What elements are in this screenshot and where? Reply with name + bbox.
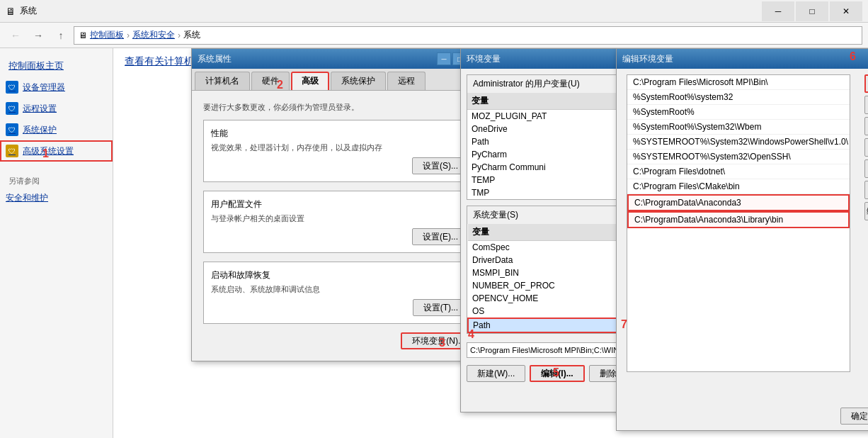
path-item-4[interactable]: %SYSTEMROOT%\System32\WindowsPowerShell\… xyxy=(627,135,850,150)
sysprop-minimize[interactable]: ─ xyxy=(437,52,451,65)
system-new-btn[interactable]: 新建(W)... xyxy=(467,365,525,382)
editpath-footer: 确定 取消 xyxy=(622,408,868,425)
profile-desc: 与登录帐户相关的桌面设置 xyxy=(211,213,469,224)
badge-1: 1 xyxy=(42,147,49,160)
sidebar-item-advanced-settings[interactable]: 🛡 高级系统设置 xyxy=(0,140,113,162)
sidebar-item-device-manager[interactable]: 🛡 设备管理器 xyxy=(0,77,113,98)
nav-bar: ← → ↑ 🖥 控制面板 › 系统和安全 › 系统 xyxy=(0,23,868,48)
edit-path-btn[interactable]: 编辑(E) xyxy=(864,96,868,114)
sidebar-item-security[interactable]: 安全和维护 xyxy=(0,188,113,208)
startup-section: 启动和故障恢复 系统启动、系统故障和调试信息 设置(T)... xyxy=(203,262,476,324)
login-notice: 要进行大多数更改，你必须作为管理员登录。 xyxy=(203,102,476,113)
startup-title: 启动和故障恢复 xyxy=(211,269,469,281)
badge-5: 5 xyxy=(553,366,559,379)
sysprop-title-bar: 系统属性 ─ □ ✕ xyxy=(192,49,488,69)
editpath-title-bar: 编辑环境变量 ✕ xyxy=(617,49,868,69)
badge-2: 2 xyxy=(277,79,283,91)
sidebar-title[interactable]: 控制面板主页 xyxy=(0,55,113,77)
breadcrumb: 🖥 控制面板 › 系统和安全 › 系统 xyxy=(74,26,862,45)
badge-3: 3 xyxy=(439,337,445,349)
minimize-button[interactable]: ─ xyxy=(762,1,794,21)
sidebar-item-label-3: 系统保护 xyxy=(23,124,57,136)
sidebar-item-remote-settings[interactable]: 🛡 远程设置 xyxy=(0,98,113,119)
path-item-8[interactable]: C:\ProgramData\Anaconda3 xyxy=(627,194,850,211)
sidebar-item-label: 设备管理器 xyxy=(23,82,65,94)
breadcrumb-part2[interactable]: 系统和安全 xyxy=(132,29,175,41)
delete-path-btn[interactable]: 删除(D) xyxy=(864,138,868,157)
profile-title: 用户配置文件 xyxy=(211,198,469,210)
tab-sysprotection[interactable]: 系统保护 xyxy=(331,72,386,90)
new-path-btn[interactable]: 新建(N) xyxy=(864,74,868,93)
path-item-0[interactable]: C:\Program Files\Microsoft MPI\Bin\ xyxy=(627,75,850,90)
sidebar-item-system-protection[interactable]: 🛡 系统保护 xyxy=(0,119,113,140)
path-item-1[interactable]: %SystemRoot%\system32 xyxy=(627,90,850,105)
sidebar-other-section: 另请参阅 xyxy=(0,170,113,188)
path-item-9[interactable]: C:\ProgramData\Anaconda3\Library\bin xyxy=(627,211,850,228)
move-up-btn[interactable]: 上移(U) xyxy=(864,159,868,178)
tab-computername[interactable]: 计算机名 xyxy=(195,72,250,90)
performance-section: 性能 视觉效果，处理器计划，内存使用，以及虚拟内存 设置(S)... xyxy=(203,120,476,182)
shield-blue-icon-2: 🛡 xyxy=(6,102,18,115)
window-title: 系统 xyxy=(20,5,37,17)
content-panel: 查看有关计算机的基本信息 系统属性 ─ □ ✕ 计算机名 硬件 高级 系统保护 … xyxy=(113,48,868,438)
tab-hardware[interactable]: 硬件 xyxy=(251,72,290,90)
profile-section: 用户配置文件 与登录帐户相关的桌面设置 设置(E)... xyxy=(203,191,476,253)
breadcrumb-icon: 🖥 xyxy=(79,30,87,40)
editpath-ok-btn[interactable]: 确定 xyxy=(840,408,868,425)
path-item-7[interactable]: C:\Program Files\CMake\bin xyxy=(627,179,850,194)
path-item-5[interactable]: %SYSTEMROOT%\System32\OpenSSH\ xyxy=(627,150,850,164)
up-button[interactable]: ↑ xyxy=(51,26,71,45)
badge-6: 6 xyxy=(850,50,856,63)
performance-title: 性能 xyxy=(211,128,469,140)
shield-blue-icon-3: 🛡 xyxy=(6,123,18,136)
window-icon: 🖥 xyxy=(6,6,16,17)
startup-desc: 系统启动、系统故障和调试信息 xyxy=(211,284,469,295)
sidebar-item-label-5: 安全和维护 xyxy=(6,192,48,204)
sysprop-content: 要进行大多数更改，你必须作为管理员登录。 性能 视觉效果，处理器计划，内存使用，… xyxy=(192,91,488,361)
right-buttons: 新建(N) 编辑(E) 浏览(B)... 删除(D) 上移(U) 下移(O) 编… xyxy=(864,74,868,220)
close-button[interactable]: ✕ xyxy=(830,1,862,21)
performance-desc: 视觉效果，处理器计划，内存使用，以及虚拟内存 xyxy=(211,142,469,153)
shield-blue-icon: 🛡 xyxy=(6,81,18,94)
shield-yellow-icon: 🛡 xyxy=(6,145,18,157)
main-area: 控制面板主页 🛡 设备管理器 🛡 远程设置 🛡 系统保护 🛡 高级系统设置 另请… xyxy=(0,48,868,438)
path-item-6[interactable]: C:\Program Files\dotnet\ xyxy=(627,164,850,179)
path-list: C:\Program Files\Microsoft MPI\Bin\ %Sys… xyxy=(627,74,850,372)
system-footer-btns: 新建(W)... 编辑(I)... 删除(L) xyxy=(467,365,637,382)
sysprop-title: 系统属性 xyxy=(198,53,232,65)
title-bar-controls: ─ □ ✕ xyxy=(762,1,862,21)
browse-path-btn[interactable]: 浏览(B)... xyxy=(864,117,868,135)
badge-7: 7 xyxy=(621,318,627,331)
title-bar: 🖥 系统 ─ □ ✕ xyxy=(0,0,868,23)
editpath-title: 编辑环境变量 xyxy=(622,53,673,65)
back-button[interactable]: ← xyxy=(6,26,25,45)
path-item-2[interactable]: %SystemRoot% xyxy=(627,105,850,120)
breadcrumb-part1[interactable]: 控制面板 xyxy=(90,29,124,41)
path-item-3[interactable]: %SystemRoot%\System32\Wbem xyxy=(627,120,850,135)
path-list-wrapper: C:\Program Files\Microsoft MPI\Bin\ %Sys… xyxy=(621,74,856,372)
edit-text-btn[interactable]: 编辑文本(T)... xyxy=(864,202,868,220)
sidebar-item-label-2: 远程设置 xyxy=(23,103,57,115)
tab-remote[interactable]: 远程 xyxy=(387,72,426,90)
breadcrumb-part3: 系统 xyxy=(183,29,200,41)
sysprop-dialog: 系统属性 ─ □ ✕ 计算机名 硬件 高级 系统保护 远程 要进行大多数更改，你… xyxy=(191,48,489,361)
maximize-button[interactable]: □ xyxy=(796,1,828,21)
sysprop-tabs: 计算机名 硬件 高级 系统保护 远程 xyxy=(192,69,488,91)
badge-4: 4 xyxy=(468,328,474,341)
sidebar: 控制面板主页 🛡 设备管理器 🛡 远程设置 🛡 系统保护 🛡 高级系统设置 另请… xyxy=(0,48,113,438)
move-down-btn[interactable]: 下移(O) xyxy=(864,181,868,199)
forward-button[interactable]: → xyxy=(28,26,48,45)
tab-advanced[interactable]: 高级 xyxy=(291,72,329,90)
envvars-title: 环境变量 xyxy=(467,53,501,65)
editpath-dialog: 编辑环境变量 ✕ C:\Program Files\Microsoft MPI\… xyxy=(616,48,868,431)
